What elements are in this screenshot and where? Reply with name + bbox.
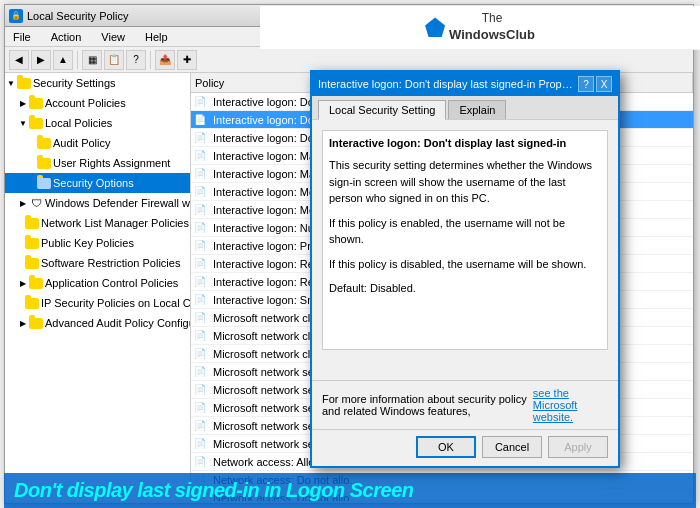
doc-icon: 📄 — [193, 239, 207, 253]
expand-icon: ▶ — [17, 97, 29, 109]
doc-icon: 📄 — [193, 167, 207, 181]
menu-view[interactable]: View — [97, 31, 129, 43]
dialog-title-bar: Interactive logon: Don't display last si… — [312, 72, 618, 96]
menu-action[interactable]: Action — [47, 31, 86, 43]
tree-label: IP Security Policies on Local Comput... — [41, 297, 190, 309]
tab-explain[interactable]: Explain — [448, 100, 506, 119]
doc-icon: 📄 — [193, 437, 207, 451]
apply-button[interactable]: Apply — [548, 436, 608, 458]
tab-local-security-setting[interactable]: Local Security Setting — [318, 100, 446, 120]
dialog-content-title: Interactive logon: Don't display last si… — [329, 137, 601, 149]
folder-icon — [37, 156, 51, 170]
dialog-body: Interactive logon: Don't display last si… — [312, 120, 618, 380]
folder-icon — [25, 236, 39, 250]
menu-help[interactable]: Help — [141, 31, 172, 43]
folder-icon — [25, 256, 39, 270]
shield-icon: 🛡 — [29, 196, 43, 210]
tree-label: Network List Manager Policies — [41, 217, 189, 229]
tree-label: User Rights Assignment — [53, 157, 186, 169]
tree-item-audit-policy[interactable]: Audit Policy — [5, 133, 190, 153]
dialog-close-button[interactable]: X — [596, 76, 612, 92]
doc-icon: 📄 — [193, 383, 207, 397]
tree-label: Security Options — [53, 177, 186, 189]
minimize-button[interactable]: ─ — [639, 8, 655, 24]
help-toolbar-button[interactable]: ? — [126, 50, 146, 70]
tree-label: Audit Policy — [53, 137, 186, 149]
export-button[interactable]: 📤 — [155, 50, 175, 70]
doc-icon: 📄 — [193, 311, 207, 325]
dialog-help-button[interactable]: ? — [578, 76, 594, 92]
tree-item-advanced-audit[interactable]: ▶ Advanced Audit Policy Configuration — [5, 313, 190, 333]
expand-icon — [29, 137, 37, 149]
folder-icon — [37, 176, 51, 190]
up-button[interactable]: ▲ — [53, 50, 73, 70]
doc-icon: 📄 — [193, 131, 207, 145]
dialog-buttons: OK Cancel Apply — [312, 429, 618, 466]
folder-icon — [29, 316, 43, 330]
tree-label: Application Control Policies — [45, 277, 186, 289]
folder-icon — [29, 96, 43, 110]
expand-icon: ▼ — [17, 117, 29, 129]
back-button[interactable]: ◀ — [9, 50, 29, 70]
tree-item-network-list[interactable]: Network List Manager Policies — [5, 213, 190, 233]
dialog-title-text: Interactive logon: Don't display last si… — [318, 78, 578, 90]
doc-icon: 📄 — [193, 95, 207, 109]
title-bar: 🔒 Local Security Policy ─ □ ✕ — [5, 5, 693, 27]
tree-item-firewall[interactable]: ▶ 🛡 Windows Defender Firewall with Adv..… — [5, 193, 190, 213]
doc-icon: 📄 — [193, 185, 207, 199]
folder-icon — [29, 116, 43, 130]
menu-file[interactable]: File — [9, 31, 35, 43]
doc-icon: 📄 — [193, 149, 207, 163]
folder-icon — [29, 276, 43, 290]
tree-label: Local Policies — [45, 117, 186, 129]
tree-item-security-options[interactable]: Security Options — [5, 173, 190, 193]
doc-icon: 📄 — [193, 329, 207, 343]
forward-button[interactable]: ▶ — [31, 50, 51, 70]
folder-icon — [25, 296, 39, 310]
tree-item-security-settings[interactable]: ▼ Security Settings — [5, 73, 190, 93]
window-title: Local Security Policy — [27, 10, 129, 22]
ok-button[interactable]: OK — [416, 436, 476, 458]
tree-label: Advanced Audit Policy Configuration — [45, 317, 190, 329]
tree-label: Security Settings — [33, 77, 186, 89]
toolbar-separator — [77, 51, 78, 69]
new-button[interactable]: ✚ — [177, 50, 197, 70]
doc-icon: 📄 — [193, 455, 207, 469]
tree-item-software-restriction[interactable]: Software Restriction Policies — [5, 253, 190, 273]
dialog-content-scroll: Interactive logon: Don't display last si… — [322, 130, 608, 350]
tree-label: Software Restriction Policies — [41, 257, 186, 269]
tree-item-ip-security[interactable]: IP Security Policies on Local Comput... — [5, 293, 190, 313]
doc-icon: 📄 — [193, 293, 207, 307]
doc-icon: 📄 — [193, 419, 207, 433]
tree-item-account-policies[interactable]: ▶ Account Policies — [5, 93, 190, 113]
tree-label: Account Policies — [45, 97, 186, 109]
cancel-button[interactable]: Cancel — [482, 436, 542, 458]
folder-icon — [17, 76, 31, 90]
doc-icon: 📄 — [193, 347, 207, 361]
dialog-tabs: Local Security Setting Explain — [312, 96, 618, 120]
folder-icon — [37, 136, 51, 150]
doc-icon: 📄 — [193, 221, 207, 235]
dialog-footer: For more information about security poli… — [312, 380, 618, 429]
tree-item-app-control[interactable]: ▶ Application Control Policies — [5, 273, 190, 293]
tree-item-user-rights[interactable]: User Rights Assignment — [5, 153, 190, 173]
doc-icon: 📄 — [193, 275, 207, 289]
tree-label: Windows Defender Firewall with Adv... — [45, 197, 190, 209]
bottom-banner-text: Don't display last signed-in in Logon Sc… — [14, 479, 413, 501]
restore-button[interactable]: □ — [656, 8, 672, 24]
dialog-title-buttons: ? X — [578, 76, 612, 92]
tree-item-public-key[interactable]: Public Key Policies — [5, 233, 190, 253]
dialog-footer-link[interactable]: see the Microsoft website. — [533, 387, 608, 423]
show-hide-button[interactable]: ▦ — [82, 50, 102, 70]
bottom-banner: Don't display last signed-in in Logon Sc… — [4, 473, 696, 508]
properties-button[interactable]: 📋 — [104, 50, 124, 70]
doc-icon: 📄 — [193, 365, 207, 379]
doc-icon: 📄 — [193, 401, 207, 415]
doc-icon: 📄 — [193, 257, 207, 271]
tree-item-local-policies[interactable]: ▼ Local Policies — [5, 113, 190, 133]
expand-icon: ▶ — [17, 277, 29, 289]
doc-icon: 📄 — [193, 113, 207, 127]
dialog-description: This security setting determines whether… — [329, 157, 601, 297]
menu-bar: File Action View Help — [5, 27, 693, 47]
close-button[interactable]: ✕ — [673, 8, 689, 24]
